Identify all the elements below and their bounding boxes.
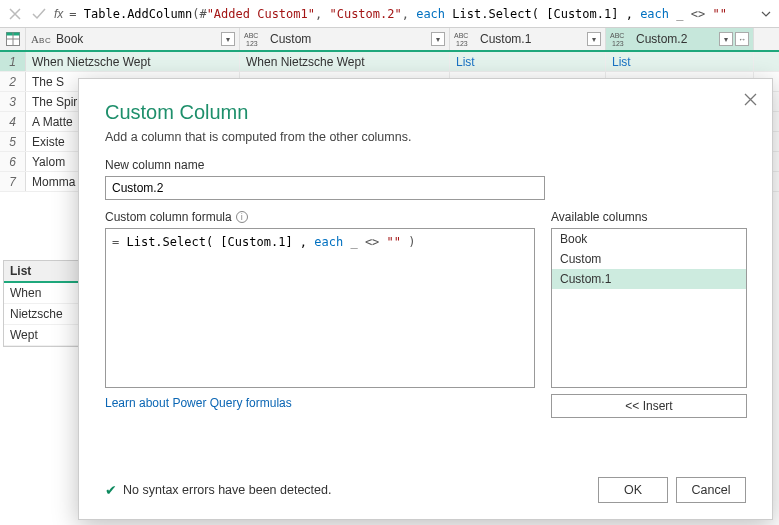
table-icon[interactable] <box>0 28 26 50</box>
available-column-item[interactable]: Custom <box>552 249 746 269</box>
svg-text:A: A <box>31 33 39 45</box>
svg-text:ABC: ABC <box>610 32 624 39</box>
column-name: Book <box>56 32 221 46</box>
syntax-status-text: No syntax errors have been detected. <box>123 483 331 497</box>
type-icon[interactable]: ABC123 <box>244 30 266 48</box>
formula-bar: fx = Table.AddColumn(#"Added Custom1", "… <box>0 0 779 28</box>
cell[interactable]: When Nietzsche Wept <box>26 52 240 71</box>
svg-text:B: B <box>39 36 44 45</box>
cell[interactable]: List <box>450 52 606 71</box>
formula-expand-button[interactable] <box>757 5 775 23</box>
column-name: Custom.2 <box>636 32 719 46</box>
available-columns-label-text: Available columns <box>551 210 648 224</box>
type-icon[interactable]: ABC123 <box>454 30 476 48</box>
info-icon[interactable]: i <box>236 211 248 223</box>
column-name: Custom.1 <box>480 32 587 46</box>
insert-button[interactable]: << Insert <box>551 394 747 418</box>
row-number[interactable]: 2 <box>0 72 26 91</box>
svg-text:123: 123 <box>246 40 258 47</box>
available-columns-label: Available columns <box>551 210 747 224</box>
dialog-title: Custom Column <box>105 101 746 124</box>
formula-text[interactable]: = Table.AddColumn(#"Added Custom1", "Cus… <box>69 7 727 21</box>
svg-text:123: 123 <box>612 40 624 47</box>
column-header-custom-2[interactable]: ABC123Custom.2▾↔ <box>606 28 754 50</box>
svg-text:123: 123 <box>456 40 468 47</box>
formula-label: Custom column formula i <box>105 210 535 224</box>
svg-text:ABC: ABC <box>454 32 468 39</box>
cancel-button-label: Cancel <box>692 483 731 497</box>
column-header-custom-1[interactable]: ABC123Custom.1▾ <box>450 28 606 50</box>
available-columns-list[interactable]: BookCustomCustom.1 <box>551 228 747 388</box>
cancel-button[interactable]: Cancel <box>676 477 746 503</box>
row-number[interactable]: 1 <box>0 52 26 71</box>
type-icon[interactable]: ABC <box>30 30 52 48</box>
row-number[interactable]: 5 <box>0 132 26 151</box>
grid-header: ABCBook▾ABC123Custom▾ABC123Custom.1▾ABC1… <box>0 28 779 52</box>
column-dropdown-icon[interactable]: ▾ <box>221 32 235 46</box>
formula-accept-button[interactable] <box>28 3 50 25</box>
column-name: Custom <box>270 32 431 46</box>
dialog-subtitle: Add a column that is computed from the o… <box>105 130 746 144</box>
new-column-name-input[interactable] <box>105 176 545 200</box>
formula-label-text: Custom column formula <box>105 210 232 224</box>
type-icon[interactable]: ABC123 <box>610 30 632 48</box>
new-column-name-label: New column name <box>105 158 746 172</box>
formula-cancel-button[interactable] <box>4 3 26 25</box>
ok-button[interactable]: OK <box>598 477 668 503</box>
learn-link[interactable]: Learn about Power Query formulas <box>105 396 292 410</box>
fx-label: fx <box>54 7 63 21</box>
available-column-item[interactable]: Custom.1 <box>552 269 746 289</box>
cell[interactable]: List <box>606 52 754 71</box>
column-header-book[interactable]: ABCBook▾ <box>26 28 240 50</box>
syntax-status: ✔ No syntax errors have been detected. <box>105 482 331 498</box>
ok-button-label: OK <box>624 483 642 497</box>
row-number[interactable]: 3 <box>0 92 26 111</box>
row-number[interactable]: 4 <box>0 112 26 131</box>
table-row[interactable]: 1When Nietzsche WeptWhen Nietzsche WeptL… <box>0 52 779 72</box>
insert-button-label: << Insert <box>625 399 672 413</box>
column-header-custom[interactable]: ABC123Custom▾ <box>240 28 450 50</box>
dialog-footer: ✔ No syntax errors have been detected. O… <box>105 477 746 503</box>
svg-text:ABC: ABC <box>244 32 258 39</box>
check-icon: ✔ <box>105 482 117 498</box>
new-column-name-label-text: New column name <box>105 158 204 172</box>
column-dropdown-icon[interactable]: ▾ <box>719 32 733 46</box>
column-dropdown-icon[interactable]: ▾ <box>587 32 601 46</box>
cell[interactable]: When Nietzsche Wept <box>240 52 450 71</box>
available-column-item[interactable]: Book <box>552 229 746 249</box>
row-number[interactable]: 7 <box>0 172 26 191</box>
column-expand-icon[interactable]: ↔ <box>735 32 749 46</box>
custom-column-dialog: Custom Column Add a column that is compu… <box>78 78 773 520</box>
custom-column-formula-input[interactable]: = List.Select( [Custom.1] , each _ <> ""… <box>105 228 535 388</box>
column-dropdown-icon[interactable]: ▾ <box>431 32 445 46</box>
svg-text:C: C <box>45 36 51 45</box>
row-number[interactable]: 6 <box>0 152 26 171</box>
close-icon[interactable] <box>738 87 762 111</box>
